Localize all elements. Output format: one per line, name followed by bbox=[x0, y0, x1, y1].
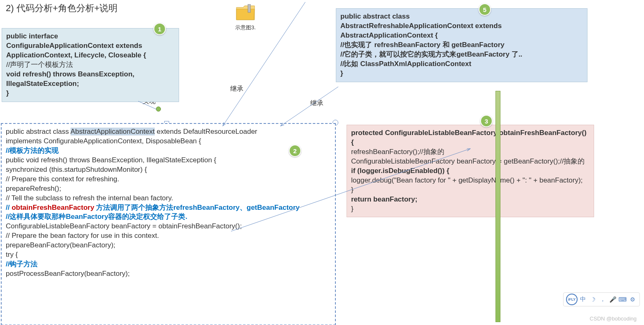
cn-mode-icon[interactable]: 中 bbox=[578, 295, 587, 304]
code-line: refreshBeanFactory();//抽象的 bbox=[351, 147, 590, 157]
code-line: prepareRefresh(); bbox=[6, 184, 331, 194]
code-line: //它的子类，就可以按它的实现方式来getBeanFactory 了.. bbox=[340, 50, 583, 59]
code-line: ConfigurableListableBeanFactory beanFact… bbox=[6, 222, 331, 231]
code-line: //这样具体要取那种BeanFactory容器的决定权交给了子类. bbox=[6, 212, 331, 222]
code-line: //声明了一个模板方法 bbox=[6, 60, 175, 70]
svg-rect-0 bbox=[248, 4, 250, 12]
code-line: void refresh() throws BeansException, bbox=[6, 70, 175, 79]
badge-3: 3 bbox=[480, 115, 493, 127]
code-line: public void refresh() throws BeansExcept… bbox=[6, 156, 331, 165]
connector-dot bbox=[156, 107, 161, 111]
code-line: synchronized (this.startupShutdownMonito… bbox=[6, 165, 331, 175]
ifly-icon[interactable]: iFLY bbox=[566, 294, 578, 305]
moon-icon[interactable]: ☽ bbox=[588, 295, 597, 304]
code-line: AbstractRefreshableApplicationContext ex… bbox=[340, 21, 583, 31]
code-line: public interface bbox=[6, 32, 175, 41]
code-line: //也实现了 refreshBeanFactory 和 getBeanFacto… bbox=[340, 40, 583, 50]
section-title: 2) 代码分析+角色分析+说明 bbox=[6, 2, 118, 14]
mic-icon[interactable]: 🎤 bbox=[608, 295, 617, 304]
code-line: } bbox=[351, 204, 590, 214]
code-line: } bbox=[6, 89, 175, 98]
code-line: } bbox=[340, 69, 583, 78]
code-box-1: public interface ConfigurableApplication… bbox=[2, 28, 179, 102]
code-line: try { bbox=[6, 250, 331, 260]
code-line: if (logger.isDebugEnabled()) { bbox=[351, 166, 590, 176]
code-line: // Prepare the bean factory for use in t… bbox=[6, 231, 331, 241]
code-line: protected ConfigurableListableBeanFactor… bbox=[351, 128, 590, 147]
code-line: ApplicationContext, Lifecycle, Closeable… bbox=[6, 51, 175, 60]
svg-line-3 bbox=[281, 87, 338, 126]
gear-icon[interactable]: ⚙ bbox=[628, 295, 637, 304]
code-line: AbstractApplicationContext { bbox=[340, 31, 583, 40]
code-line: postProcessBeanFactory(beanFactory); bbox=[6, 269, 331, 279]
watermark: CSDN @bobcoding bbox=[590, 316, 637, 322]
badge-2: 2 bbox=[289, 145, 301, 157]
code-line: public abstract class AbstractApplicatio… bbox=[6, 127, 331, 137]
code-line: // Prepare this context for refreshing. bbox=[6, 175, 331, 184]
code-box-5: public abstract class AbstractRefreshabl… bbox=[336, 8, 587, 82]
code-line: ConfigurableApplicationContext extends bbox=[6, 41, 175, 51]
code-line: ConfigurableListableBeanFactory beanFact… bbox=[351, 157, 590, 166]
code-line: prepareBeanFactory(beanFactory); bbox=[6, 241, 331, 250]
code-line: implements ConfigurableApplicationContex… bbox=[6, 137, 331, 146]
folder-label: 示意图3. bbox=[233, 24, 258, 31]
code-box-2: public abstract class AbstractApplicatio… bbox=[1, 123, 336, 325]
folder-icon bbox=[236, 4, 255, 21]
badge-5: 5 bbox=[479, 3, 491, 16]
side-bar-decoration bbox=[495, 91, 500, 322]
folder-icon-block: 示意图3. bbox=[233, 4, 258, 31]
code-line: //模板方法的实现 bbox=[6, 146, 331, 156]
code-line: public abstract class bbox=[340, 12, 583, 21]
ime-toolbar[interactable]: iFLY 中 ☽ ， 🎤 ⌨ ⚙ bbox=[563, 292, 640, 306]
code-line: //钩子方法 bbox=[6, 260, 331, 269]
extends-label-2: 继承 bbox=[310, 99, 323, 108]
code-line: // Tell the subclass to refresh the inte… bbox=[6, 194, 331, 203]
code-line: return beanFactory; bbox=[351, 195, 590, 204]
code-box-3: protected ConfigurableListableBeanFactor… bbox=[347, 125, 594, 217]
code-line: logger.debug("Bean factory for " + getDi… bbox=[351, 176, 590, 185]
extends-label-1: 继承 bbox=[230, 85, 243, 93]
comma-icon[interactable]: ， bbox=[598, 295, 607, 304]
badge-1: 1 bbox=[153, 23, 166, 35]
keyboard-icon[interactable]: ⌨ bbox=[618, 295, 627, 304]
code-line: //比如 ClassPathXmlApplicationContext bbox=[340, 59, 583, 69]
code-line: // obtainFreshBeanFactory 方法调用了两个抽象方法ref… bbox=[6, 203, 331, 213]
code-line: IllegalStateException; bbox=[6, 79, 175, 89]
code-line: } bbox=[351, 185, 590, 195]
